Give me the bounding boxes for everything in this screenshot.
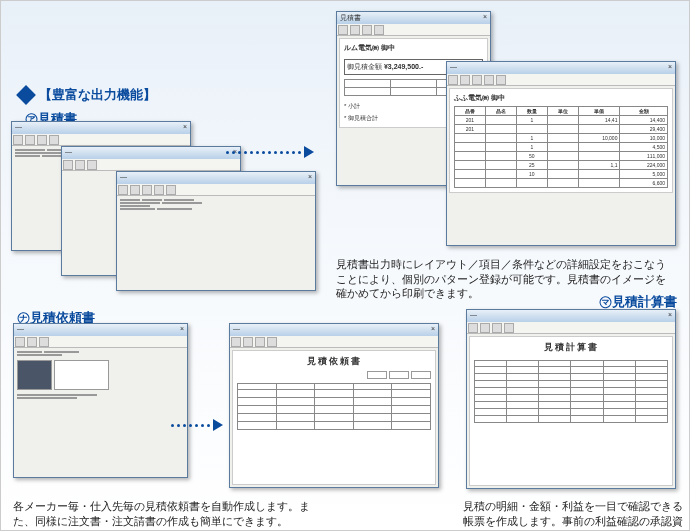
window-titlebar: —× <box>14 324 187 336</box>
calc-doc-title: 見積計算書 <box>474 341 668 354</box>
close-icon: × <box>183 123 187 133</box>
window-title-text: — <box>15 123 22 133</box>
calc-preview: —× 見積計算書 <box>466 309 676 489</box>
amount-label: 御見積金額 <box>347 63 382 70</box>
h-itemno: 品番 <box>455 107 486 116</box>
window-toolbar <box>447 74 675 86</box>
window-titlebar: —× <box>117 172 315 184</box>
quote-preview-2: —× ふふ電気㈱ 御中 品番 品名 数量 単位 単価 金額 201114,411… <box>446 61 676 246</box>
h-price: 単価 <box>578 107 620 116</box>
diamond-icon <box>16 85 36 105</box>
table-row: 105,000 <box>455 170 668 179</box>
table-row: 20129,400 <box>455 125 668 134</box>
window-titlebar: —× <box>12 122 190 134</box>
table-row: 50111,000 <box>455 152 668 161</box>
request-preview: —× 見積依頼書 <box>229 323 439 488</box>
quote-form-3: —× <box>116 171 316 291</box>
window-toolbar <box>12 134 190 146</box>
arrow-icon <box>171 419 223 431</box>
feature-header: 【豊富な出力機能】 <box>19 86 156 104</box>
close-icon: × <box>668 63 672 73</box>
arrow-icon <box>226 146 314 158</box>
window-titlebar: 見積書× <box>337 12 490 24</box>
close-icon: × <box>308 173 312 183</box>
window-titlebar: —× <box>230 324 438 336</box>
window-toolbar <box>117 184 315 196</box>
close-icon: × <box>431 325 435 335</box>
close-icon: × <box>668 311 672 321</box>
request-form: —× <box>13 323 188 478</box>
customer-label: ルム電気㈱ 御中 <box>344 43 483 53</box>
close-icon: × <box>180 325 184 335</box>
table-row: 251,1224,000 <box>455 161 668 170</box>
feature-title: 【豊富な出力機能】 <box>39 86 156 104</box>
table-row: 6,600 <box>455 179 668 188</box>
window-toolbar <box>14 336 187 348</box>
h-amount: 金額 <box>620 107 668 116</box>
h-name: 品名 <box>485 107 516 116</box>
window-titlebar: —× <box>62 147 240 159</box>
window-title-text: 見積書 <box>340 13 361 23</box>
h-unit: 単位 <box>547 107 578 116</box>
request-caption: 各メーカー毎・仕入先毎の見積依頼書を自動作成します。また、同様に注文書・注文請書… <box>13 499 313 528</box>
window-titlebar: —× <box>447 62 675 74</box>
calc-caption: 見積の明細・金額・利益を一目で確認できる帳票を作成します。事前の利益確認の承認資… <box>463 499 683 531</box>
window-toolbar <box>62 159 240 171</box>
window-titlebar: —× <box>467 310 675 322</box>
request-doc-title: 見積依頼書 <box>237 355 431 368</box>
window-toolbar <box>230 336 438 348</box>
amount-value: ¥3,249,500.- <box>384 63 423 70</box>
table-row: 201114,4114,400 <box>455 116 668 125</box>
window-toolbar <box>467 322 675 334</box>
close-icon: × <box>483 13 487 23</box>
customer-label-2: ふふ電気㈱ 御中 <box>454 93 668 103</box>
window-toolbar <box>337 24 490 36</box>
table-row: 14,500 <box>455 143 668 152</box>
h-qty: 数量 <box>516 107 547 116</box>
table-row: 110,00010,000 <box>455 134 668 143</box>
